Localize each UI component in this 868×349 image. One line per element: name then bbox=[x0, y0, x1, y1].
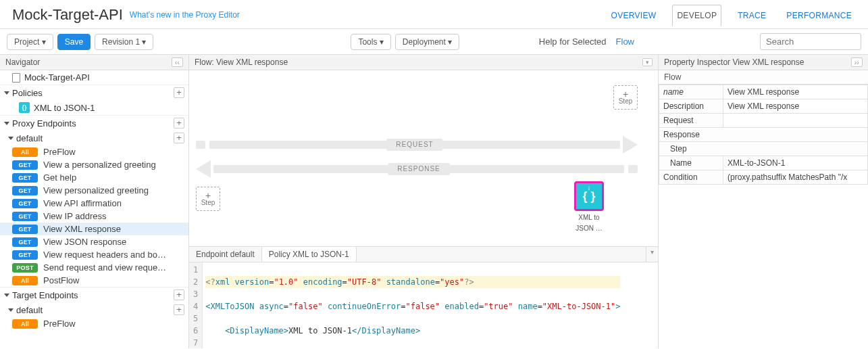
prop-key-description: Description bbox=[659, 99, 723, 114]
header-bar: Mock-Target-API What's new in the Proxy … bbox=[0, 0, 868, 29]
plus-icon: + bbox=[205, 192, 211, 199]
tab-endpoint-default[interactable]: Endpoint default bbox=[189, 247, 262, 262]
http-verb-badge: GET bbox=[12, 250, 38, 260]
prop-val-step-name[interactable]: XML-to-JSON-1 bbox=[723, 156, 868, 170]
collapse-right-icon[interactable]: ›› bbox=[851, 57, 863, 67]
add-target-flow-button[interactable]: + bbox=[174, 304, 184, 315]
navigator-panel: Navigator ‹‹ Mock-Target-APIPolicies+XML… bbox=[0, 55, 189, 348]
nav-flow-item[interactable]: GETView request headers and bo… bbox=[0, 248, 188, 261]
nav-proxy-default[interactable]: default+ bbox=[0, 131, 188, 145]
inspector-title: Property Inspector View XML response bbox=[664, 57, 804, 67]
navigator-tree[interactable]: Mock-Target-APIPolicies+XML to JSON-1Pro… bbox=[0, 70, 188, 348]
nav-section-policies[interactable]: Policies+ bbox=[0, 85, 188, 100]
collapse-left-icon[interactable]: ‹‹ bbox=[172, 57, 183, 67]
prop-key-step-name: Name bbox=[659, 156, 723, 170]
nav-flow-item[interactable]: AllPreFlow bbox=[0, 145, 188, 158]
nav-section-target-endpoints[interactable]: Target Endpoints+ bbox=[0, 287, 188, 302]
tab-overview[interactable]: OVERVIEW bbox=[607, 5, 661, 26]
policy-node-xml-to-json[interactable]: { } XML to JSON … bbox=[570, 181, 608, 233]
nav-flow-item[interactable]: GETView XML response bbox=[0, 223, 188, 235]
http-verb-badge: All bbox=[12, 276, 38, 285]
whats-new-link[interactable]: What's new in the Proxy Editor bbox=[130, 10, 240, 20]
arrow-right-icon bbox=[623, 136, 638, 154]
code-tabs: Endpoint default Policy XML to JSON-1 ▾ bbox=[189, 246, 658, 262]
deployment-menu[interactable]: Deployment ▾ bbox=[395, 34, 459, 50]
caret-down-icon bbox=[8, 308, 14, 312]
tab-trace[interactable]: TRACE bbox=[734, 5, 770, 26]
prop-key-name: name bbox=[659, 85, 723, 99]
tab-develop[interactable]: DEVELOP bbox=[672, 5, 721, 26]
request-lane: REQUEST bbox=[196, 135, 638, 154]
tab-performance[interactable]: PERFORMANCE bbox=[782, 5, 856, 26]
main-tabs: OVERVIEW DEVELOP TRACE PERFORMANCE bbox=[607, 4, 856, 26]
prop-val-description[interactable]: View XML response bbox=[723, 99, 868, 114]
add-request-step-button[interactable]: + Step bbox=[613, 85, 638, 110]
http-verb-badge: GET bbox=[12, 237, 38, 247]
http-verb-badge: GET bbox=[12, 225, 38, 234]
line-gutter: 12345678 bbox=[189, 262, 203, 348]
document-icon bbox=[12, 73, 20, 83]
nav-policy-item[interactable]: XML to JSON-1 bbox=[0, 100, 188, 115]
prop-val-name[interactable]: View XML response bbox=[723, 85, 868, 99]
code-editor[interactable]: 12345678 <?xml version="1.0" encoding="U… bbox=[189, 262, 658, 348]
caret-down-icon bbox=[4, 91, 9, 95]
tab-policy-xml-to-json[interactable]: Policy XML to JSON-1 bbox=[262, 247, 357, 262]
add-target-endpoint-button[interactable]: + bbox=[174, 289, 184, 300]
nav-flow-item[interactable]: GETView personalized greeting bbox=[0, 184, 188, 197]
tools-menu[interactable]: Tools ▾ bbox=[351, 34, 390, 50]
caret-down-icon: ▾ bbox=[448, 37, 452, 47]
nav-flow-item[interactable]: POSTSend request and view reque… bbox=[0, 261, 188, 274]
braces-icon bbox=[19, 102, 30, 113]
caret-down-icon bbox=[4, 122, 9, 125]
http-verb-badge: POST bbox=[12, 263, 38, 273]
nav-flow-item[interactable]: GETGet help bbox=[0, 171, 188, 184]
toolbar: Project ▾ Save Revision 1 ▾ Tools ▾ Depl… bbox=[0, 29, 868, 55]
add-proxy-endpoint-button[interactable]: + bbox=[174, 118, 184, 129]
plus-icon: + bbox=[623, 91, 628, 97]
nav-flow-item[interactable]: GETView IP address bbox=[0, 210, 188, 223]
prop-section-response: Response bbox=[659, 128, 868, 142]
response-lane: RESPONSE bbox=[196, 160, 638, 179]
prop-key-condition: Condition bbox=[659, 170, 723, 185]
http-verb-badge: All bbox=[12, 147, 38, 157]
prop-key-request: Request bbox=[659, 114, 723, 128]
prop-val-condition[interactable]: (proxy.pathsuffix MatchesPath "/x bbox=[723, 170, 868, 185]
nav-flow-item[interactable]: GETView JSON response bbox=[0, 235, 188, 248]
http-verb-badge: GET bbox=[12, 186, 38, 195]
add-proxy-flow-button[interactable]: + bbox=[174, 133, 184, 143]
arrow-left-icon bbox=[196, 160, 211, 178]
flow-panel-title: Flow: View XML response bbox=[195, 57, 288, 67]
nav-flow-item[interactable]: GETView API affirmation bbox=[0, 197, 188, 210]
help-for-selected-label: Help for Selected bbox=[539, 37, 607, 47]
http-verb-badge: All bbox=[12, 319, 38, 329]
nav-root[interactable]: Mock-Target-API bbox=[0, 70, 188, 85]
nav-section-proxy-endpoints[interactable]: Proxy Endpoints+ bbox=[0, 115, 188, 131]
http-verb-badge: GET bbox=[12, 160, 38, 170]
page-title: Mock-Target-API bbox=[12, 6, 123, 24]
inspector-table: nameView XML response DescriptionView XM… bbox=[659, 85, 868, 185]
inspector-section-flow: Flow bbox=[659, 70, 868, 85]
braces-icon: { } bbox=[574, 181, 604, 211]
nav-flow-item[interactable]: GETView a personalized greeting bbox=[0, 158, 188, 171]
http-verb-badge: GET bbox=[12, 173, 38, 183]
http-verb-badge: GET bbox=[12, 212, 38, 221]
toggle-flow-icon[interactable]: ▾ bbox=[642, 58, 653, 66]
flow-canvas: + Step REQUEST RESPONSE + Step { } XML t… bbox=[189, 70, 658, 246]
response-lane-label: RESPONSE bbox=[388, 163, 450, 175]
caret-down-icon: ▾ bbox=[380, 37, 384, 47]
add-response-step-button[interactable]: + Step bbox=[196, 187, 220, 211]
revision-menu[interactable]: Revision 1 ▾ bbox=[95, 34, 153, 50]
add-policy-button[interactable]: + bbox=[174, 87, 184, 98]
toggle-code-icon[interactable]: ▾ bbox=[646, 247, 658, 262]
nav-flow-item[interactable]: AllPreFlow bbox=[0, 317, 188, 330]
flow-help-link[interactable]: Flow bbox=[616, 37, 634, 47]
nav-target-default[interactable]: default+ bbox=[0, 302, 188, 317]
code-content[interactable]: <?xml version="1.0" encoding="UTF-8" sta… bbox=[203, 262, 623, 348]
project-menu[interactable]: Project ▾ bbox=[7, 34, 53, 50]
request-lane-label: REQUEST bbox=[386, 139, 442, 151]
nav-flow-item[interactable]: AllPostFlow bbox=[0, 274, 188, 287]
save-button[interactable]: Save bbox=[57, 34, 91, 50]
navigator-title: Navigator bbox=[5, 57, 40, 67]
property-inspector-panel: Property Inspector View XML response ›› … bbox=[659, 55, 868, 348]
search-input[interactable] bbox=[760, 33, 861, 50]
